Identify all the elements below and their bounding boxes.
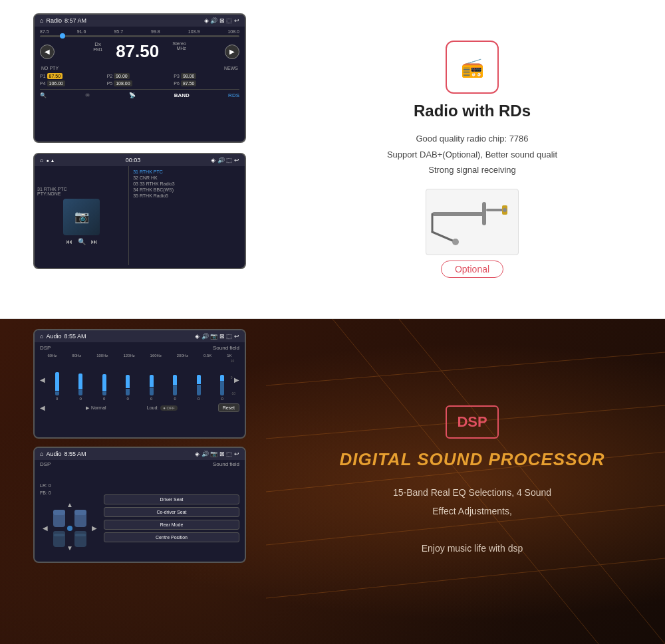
centre-position-btn[interactable]: Centre Position — [104, 532, 239, 542]
eq-bar-7[interactable] — [197, 375, 201, 395]
radio-time: 8:57 AM — [65, 17, 86, 24]
sf-tab-soundfield[interactable]: Sound field — [213, 461, 239, 467]
eq-scale: 10 0 -10 — [231, 359, 235, 395]
radio-mhz: MHz — [172, 46, 186, 51]
svg-text:▼: ▼ — [66, 544, 73, 552]
eq-toggle[interactable]: ● OFF — [160, 405, 177, 411]
eq-device-screen: ⌂ Audio 8:55 AM ◈ 🔊 📷 ⊠ ⬚ ↩ DSP Sound fi… — [33, 329, 246, 439]
tab-sound-field[interactable]: Sound field — [213, 345, 239, 351]
rds-ctrl[interactable]: RDS — [228, 92, 239, 98]
svg-point-4 — [503, 208, 507, 212]
sf-lr: LR: 0 — [40, 483, 51, 488]
preset-p1[interactable]: P1 87.50 — [40, 73, 106, 79]
rear-mode-btn[interactable]: Rear Mode — [104, 520, 239, 530]
radio-icon-box: 📻 — [446, 41, 499, 94]
list-item[interactable]: 31 RTHK PTC — [133, 169, 241, 175]
sf-left: LR: 0 FB: 0 ▲ ▼ ◀ ▶ — [40, 473, 100, 563]
sf-home-icon: ⌂ — [40, 451, 43, 457]
list-item[interactable]: 34 RTHK BBC(WS) — [133, 187, 241, 193]
band-ctrl[interactable]: BAND — [174, 92, 190, 98]
loop-ctrl-icon[interactable]: ♾ — [85, 92, 90, 98]
bottom-section: ⌂ Audio 8:55 AM ◈ 🔊 📷 ⊠ ⬚ ↩ DSP Sound fi… — [0, 319, 665, 644]
radio-title: Radio with RDs — [414, 102, 531, 120]
svg-point-7 — [452, 239, 459, 245]
eq-tabs: DSP Sound field — [40, 345, 239, 351]
dsp-title: DIGITAL SOUND PROCESSOR — [339, 449, 604, 470]
dab-right: 31 RTHK PTC 32 CNR HK 03 33 RTHK Radio3 … — [129, 166, 245, 265]
dab-device-screen: ⌂ ● ▲ 00:03 ◈ 🔊 ⬚ ↩ 31 RTHK PTCPTY:NONE … — [33, 153, 246, 269]
eq-frequencies: 60Hz 80Hz 100Hz 120Hz 160Hz 200Hz 0.5K 1… — [40, 354, 239, 358]
antenna-ctrl-icon[interactable]: 📡 — [129, 92, 136, 98]
search-ctrl-icon[interactable]: 🔍 — [40, 92, 47, 98]
eq-prev-arrow[interactable]: ◀ — [40, 404, 45, 411]
svg-rect-0 — [432, 212, 485, 216]
radio-status-bar: ⌂ Radio 8:57 AM ◈ 🔊 ⊠ ⬚ ↩ — [35, 15, 245, 27]
preset-p3[interactable]: P3 98.00 — [174, 73, 239, 79]
preset-p5[interactable]: P5 108.00 — [107, 80, 173, 86]
top-section: ⌂ Radio 8:57 AM ◈ 🔊 ⊠ ⬚ ↩ 87.5 91.6 95.7… — [0, 0, 665, 319]
eq-bar-3[interactable] — [102, 374, 106, 395]
svg-text:▲: ▲ — [66, 501, 73, 508]
radio-dx: Dx — [93, 41, 102, 47]
codriver-seat-btn[interactable]: Co-driver Seat — [104, 507, 239, 517]
dsp-badge: DSP — [446, 405, 499, 439]
sf-status-bar: ⌂ Audio 8:55 AM ◈ 🔊 📷 ⊠ ⬚ ↩ — [35, 448, 245, 460]
dab-album-art: 📷 — [63, 199, 100, 235]
radio-main: ◀ Dx FM1 87.50 Stereo MHz — [40, 41, 239, 62]
radio-body: 87.5 91.6 95.7 99.8 103.9 108.0 ◀ Dx — [35, 27, 245, 101]
dsp-info-panel: DSP DIGITAL SOUND PROCESSOR 15-Band Real… — [279, 319, 665, 644]
radio-device-screen: ⌂ Radio 8:57 AM ◈ 🔊 ⊠ ⬚ ↩ 87.5 91.6 95.7… — [33, 13, 246, 143]
svg-rect-22 — [74, 510, 86, 515]
normal-label: Normal — [91, 405, 106, 410]
dab-prev-btn[interactable]: ⏮ — [66, 238, 72, 245]
optional-badge: Optional — [441, 261, 503, 278]
bottom-left: ⌂ Audio 8:55 AM ◈ 🔊 📷 ⊠ ⬚ ↩ DSP Sound fi… — [0, 319, 279, 644]
dab-status-bar: ⌂ ● ▲ 00:03 ◈ 🔊 ⬚ ↩ — [35, 154, 245, 166]
svg-text:▶: ▶ — [92, 524, 97, 532]
sf-body: LR: 0 FB: 0 ▲ ▼ ◀ ▶ — [35, 469, 245, 563]
radio-pty: NO PTY NEWS — [40, 66, 239, 70]
sf-tab-dsp[interactable]: DSP — [40, 461, 51, 467]
eq-bar-8[interactable] — [220, 375, 224, 395]
radio-description: Good quality radio chip: 7786 Support DA… — [387, 131, 557, 177]
dab-search-btn[interactable]: 🔍 — [78, 238, 86, 245]
driver-seat-btn[interactable]: Driver Seat — [104, 494, 239, 504]
eq-bars: 10 0 -10 — [45, 359, 234, 395]
preset-p6[interactable]: P6 87.50 — [174, 80, 239, 86]
eq-status-bar: ⌂ Audio 8:55 AM ◈ 🔊 📷 ⊠ ⬚ ↩ — [35, 330, 245, 342]
eq-bar-1[interactable] — [55, 372, 59, 395]
eq-bar-6[interactable] — [173, 375, 177, 395]
eq-bar-2[interactable] — [78, 374, 82, 395]
eq-bar-5[interactable] — [150, 375, 154, 395]
next-button[interactable]: ▶ — [225, 45, 239, 59]
preset-p2[interactable]: P2 90.00 — [107, 73, 173, 79]
signal-icon: ◈ 🔊 ⊠ ⬚ ↩ — [204, 17, 239, 24]
list-item[interactable]: 32 CNR HK — [133, 175, 241, 181]
freq-bar: 87.5 91.6 95.7 99.8 103.9 108.0 — [40, 29, 239, 34]
dab-cable-svg — [429, 192, 515, 252]
svg-text:◀: ◀ — [43, 524, 48, 532]
sf-device-screen: ⌂ Audio 8:55 AM ◈ 🔊 📷 ⊠ ⬚ ↩ DSP Sound fi… — [33, 447, 246, 563]
prev-button[interactable]: ◀ — [40, 45, 55, 59]
list-item[interactable]: 35 RTHK Radio5 — [133, 193, 241, 199]
left-screens: ⌂ Radio 8:57 AM ◈ 🔊 ⊠ ⬚ ↩ 87.5 91.6 95.7… — [0, 0, 279, 318]
sf-tabs: DSP Sound field — [35, 460, 245, 469]
eq-time: 8:55 AM — [64, 333, 86, 340]
preset-p4[interactable]: P4 106.00 — [40, 80, 106, 86]
radio-center: Dx FM1 87.50 Stereo MHz — [93, 41, 186, 62]
dsp-description: 15-Band Real EQ Selections, 4 Sound Effe… — [393, 483, 551, 558]
freq-slider[interactable] — [40, 35, 239, 37]
loud-label: Loud: — [147, 405, 159, 410]
dab-station-list: 31 RTHK PTC 32 CNR HK 03 33 RTHK Radio3 … — [133, 169, 241, 199]
list-item[interactable]: 03 33 RTHK Radio3 — [133, 181, 241, 187]
eq-prev-btn[interactable]: ◀ — [40, 376, 45, 383]
eq-bar-4[interactable] — [126, 375, 130, 395]
eq-reset-btn[interactable]: Reset — [218, 403, 239, 412]
dab-controls: ⏮ 🔍 ⏭ — [66, 238, 98, 245]
dab-next-btn[interactable]: ⏭ — [91, 238, 98, 245]
dab-time: 00:03 — [126, 157, 141, 163]
svg-point-27 — [67, 526, 72, 531]
eq-bottom-controls: ◀ ▶ Normal Loud: ● OFF Reset — [40, 403, 239, 412]
dab-cable-image — [426, 189, 519, 255]
tab-dsp[interactable]: DSP — [40, 345, 51, 351]
